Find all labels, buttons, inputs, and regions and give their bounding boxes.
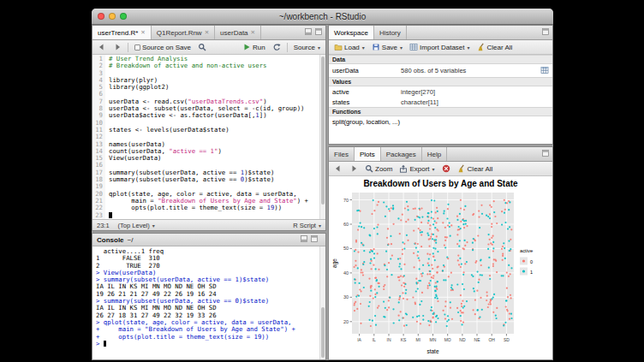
next-plot-button[interactable]: [347, 163, 361, 174]
svg-text:IL: IL: [372, 337, 375, 342]
zoom-plot-button[interactable]: Zoom: [362, 163, 395, 174]
save-workspace-button[interactable]: Save▾: [369, 42, 405, 52]
plots-pane: FilesPlotsPackagesHelp ZoomExport▾Clear …: [328, 146, 553, 360]
scope-selector[interactable]: (Top Level) ▾: [118, 222, 155, 229]
view-data-button[interactable]: [540, 66, 549, 76]
source-on-save-checkbox[interactable]: [134, 45, 140, 50]
source-on-save-toggle[interactable]: Source on Save: [132, 43, 194, 52]
forward-button[interactable]: [110, 42, 124, 52]
run-button[interactable]: Run: [240, 42, 268, 52]
console-title: Console: [97, 236, 124, 244]
svg-text:NE: NE: [474, 337, 480, 342]
console-scrollbar[interactable]: [319, 246, 325, 359]
window-titlebar[interactable]: ~/workbench - RStudio: [92, 9, 553, 25]
plot-title: Breakdown of Users by Age and State: [329, 179, 552, 188]
source-tab-usertrend-r[interactable]: userTrend.R*✕: [92, 26, 152, 39]
arrow-left-icon: [334, 164, 343, 173]
tab-history[interactable]: History: [374, 26, 407, 39]
tab-packages[interactable]: Packages: [381, 147, 422, 161]
zoom-icon: [365, 164, 373, 173]
tab-files[interactable]: Files: [329, 147, 355, 161]
chevron-down-icon: ▾: [468, 45, 470, 50]
arrow-left-icon: [98, 43, 106, 51]
plots-toolbar: ZoomExport▾Clear All: [329, 162, 552, 176]
tab-help[interactable]: Help: [422, 147, 447, 161]
source-button[interactable]: Source ▾: [291, 43, 323, 52]
chevron-down-icon: ▾: [319, 223, 321, 228]
console-output[interactable]: active....1 freq1 FALSE 3102 TRUE 270> V…: [92, 246, 319, 359]
code-text[interactable]: # User Trend Analysis# Breakdown of acti…: [105, 55, 319, 219]
zoom-window-button[interactable]: [120, 13, 127, 20]
svg-text:IN: IN: [386, 337, 391, 342]
clear-all-workspace-button[interactable]: Clear All: [474, 42, 516, 52]
source-tab-q1report-rnw[interactable]: Q1Report.Rnw✕: [152, 26, 215, 39]
workspace-section-data: Data: [329, 55, 552, 64]
console-header: Console ~/: [92, 234, 325, 246]
workspace-object-row[interactable]: activeinteger[270]: [329, 86, 552, 97]
svg-text:ND: ND: [459, 337, 466, 342]
chevron-down-icon: ▾: [362, 45, 365, 50]
minimize-pane-button[interactable]: [300, 234, 308, 245]
workspace-object-row[interactable]: split(group, location, ...): [329, 116, 552, 127]
svg-text:20: 20: [343, 319, 348, 324]
zoom-icon: [198, 43, 206, 51]
maximize-pane-button[interactable]: [310, 234, 319, 245]
maximize-pane-button[interactable]: [541, 149, 550, 159]
svg-text:IA: IA: [357, 337, 361, 342]
maximize-pane-icon: [541, 149, 550, 157]
scatter-plot: 203040506070IAILINKSMIMNMONDNEOHSDstatea…: [329, 188, 552, 359]
table-icon: [409, 43, 418, 51]
export-plot-button[interactable]: Export▾: [397, 163, 437, 174]
export-icon: [399, 164, 408, 173]
plots-tabbar: FilesPlotsPackagesHelp: [329, 147, 552, 162]
minimize-pane-button[interactable]: [304, 27, 313, 38]
previous-plot-button[interactable]: [331, 163, 345, 174]
chevron-down-icon: ▾: [400, 45, 402, 50]
workspace-object-row[interactable]: statescharacter[11]: [329, 97, 552, 107]
object-name: split(group, location, ...): [332, 118, 401, 126]
source-tab-userdata[interactable]: userData✕: [215, 26, 261, 39]
maximize-pane-button[interactable]: [541, 27, 550, 38]
save-icon: [372, 43, 380, 51]
close-tab-icon[interactable]: ✕: [205, 29, 209, 36]
maximize-pane-icon: [314, 27, 323, 36]
tab-plots[interactable]: Plots: [355, 147, 381, 161]
svg-text:50: 50: [343, 246, 348, 251]
find-replace-icon[interactable]: [195, 42, 209, 52]
code-editor[interactable]: 1234567891011121314151617181920212223 # …: [92, 55, 325, 219]
workspace-object-row[interactable]: userData580 obs. of 5 variables: [329, 64, 552, 77]
close-tab-icon[interactable]: ✕: [251, 29, 255, 36]
import-dataset-button[interactable]: Import Dataset▾: [407, 42, 472, 52]
run-icon: [242, 43, 251, 51]
chevron-down-icon: ▾: [432, 166, 435, 172]
source-statusbar: 23:1 (Top Level) ▾ R Script ▾: [92, 219, 325, 230]
arrow-right-icon: [113, 43, 122, 51]
file-type-selector[interactable]: R Script ▾: [293, 222, 321, 229]
delete-icon: [442, 164, 450, 173]
load-workspace-button[interactable]: Load▾: [331, 42, 367, 52]
svg-text:KS: KS: [400, 337, 406, 342]
remove-plot-button[interactable]: [439, 163, 453, 174]
workbench-area: userTrend.R*✕Q1Report.Rnw✕userData✕ Sour…: [92, 25, 553, 360]
close-window-button[interactable]: [98, 13, 104, 20]
maximize-pane-button[interactable]: [314, 27, 323, 38]
clear-all-plots-button[interactable]: Clear All: [455, 163, 496, 174]
console-line: + opts(plot.title = theme_text(size = 19…: [96, 334, 319, 341]
object-value: integer[270]: [401, 88, 549, 96]
svg-text:60: 60: [343, 222, 348, 227]
close-tab-icon[interactable]: ✕: [140, 29, 145, 36]
object-name: states: [332, 98, 401, 106]
rerun-button[interactable]: [270, 42, 283, 52]
rstudio-window: ~/workbench - RStudio userTrend.R*✕Q1Rep…: [92, 9, 553, 360]
svg-text:state: state: [426, 348, 438, 354]
button-label: Clear All: [468, 165, 493, 173]
maximize-pane-icon: [541, 27, 550, 36]
run-label: Run: [253, 44, 265, 51]
minimize-window-button[interactable]: [109, 13, 116, 20]
back-button[interactable]: [95, 42, 109, 52]
tab-workspace[interactable]: Workspace: [329, 26, 374, 39]
console-cursor: [104, 341, 107, 347]
editor-scrollbar[interactable]: [319, 55, 325, 219]
chevron-down-icon: ▾: [152, 223, 155, 228]
object-value: 580 obs. of 5 variables: [401, 67, 540, 74]
